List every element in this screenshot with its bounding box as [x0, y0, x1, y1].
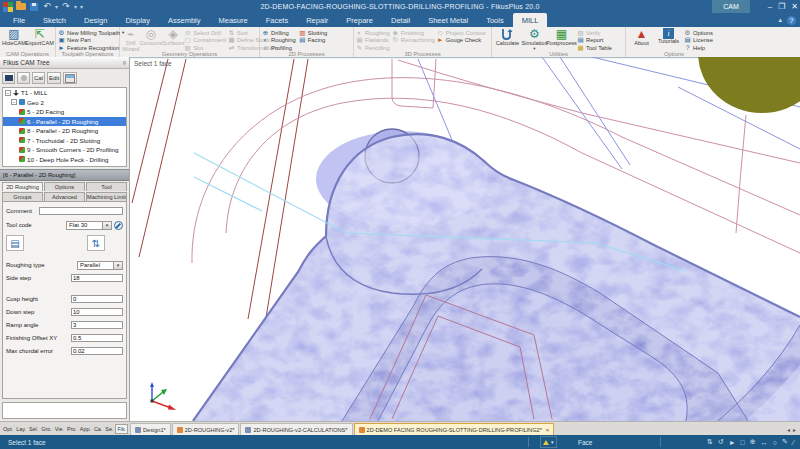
- sketch-pencil-icon[interactable]: ✎: [782, 438, 788, 446]
- containment-button[interactable]: ▢Containment: [184, 37, 226, 45]
- facing-button[interactable]: ▤Facing: [299, 37, 327, 45]
- tab-facets[interactable]: Facets: [257, 13, 298, 27]
- tab-measure[interactable]: Measure: [210, 13, 257, 27]
- tree-sphere-button[interactable]: [17, 72, 30, 84]
- tree-calc-button[interactable]: Cal: [32, 72, 45, 84]
- license-button[interactable]: ▤License: [684, 37, 713, 45]
- rotate-view-icon[interactable]: ⊕: [750, 438, 756, 446]
- remachining-button[interactable]: ↻Remachining: [392, 37, 435, 45]
- tab-mill[interactable]: MILL: [513, 13, 548, 27]
- project-contour-button[interactable]: ◇Project Contour: [437, 29, 486, 37]
- cusp-height-input[interactable]: [71, 295, 123, 303]
- tool-code-select[interactable]: Flat 30▾: [66, 221, 112, 230]
- report-button[interactable]: ▤Report: [577, 37, 612, 45]
- help-icon[interactable]: ?: [787, 16, 796, 25]
- finishing-button[interactable]: ◈Finishing: [392, 29, 435, 37]
- viewport-canvas[interactable]: Select 1 face: [130, 57, 800, 421]
- expander-icon[interactable]: −: [5, 90, 11, 96]
- tab-repair[interactable]: Repair: [297, 13, 337, 27]
- tab-prepare[interactable]: Prepare: [337, 13, 382, 27]
- scroll-tabs-left-icon[interactable]: ◂: [787, 426, 790, 433]
- close-button[interactable]: ✕: [791, 2, 798, 11]
- tab-tool[interactable]: Tool: [86, 182, 127, 191]
- minitab-lay[interactable]: Lay.: [15, 425, 27, 433]
- close-tab-icon[interactable]: ×: [546, 427, 550, 433]
- restore-button[interactable]: ❐: [778, 2, 785, 11]
- surfaces-button[interactable]: ◈ Surfaces: [162, 28, 184, 47]
- minitab-ca[interactable]: Ca.: [93, 425, 103, 433]
- tree-edit-button[interactable]: Edit: [47, 72, 61, 84]
- tree-item-profiling[interactable]: 9 - Smooth Corners - 2D Profiling: [3, 145, 126, 155]
- tab-assembly[interactable]: Assembly: [159, 13, 210, 27]
- max-chordal-error-input[interactable]: [71, 347, 123, 355]
- new-part-button[interactable]: ▣New Part: [58, 37, 124, 45]
- minitab-fik[interactable]: Fik.: [115, 424, 128, 434]
- machining-zones-icon-button[interactable]: ▤: [6, 235, 24, 251]
- zoom-icon[interactable]: ○: [773, 439, 777, 446]
- flatlands-button[interactable]: ▤Flatlands: [356, 37, 390, 45]
- pan-icon[interactable]: ↔: [761, 439, 768, 446]
- tab-options[interactable]: Options: [44, 182, 85, 191]
- side-step-input[interactable]: [71, 274, 123, 282]
- orbit-icon[interactable]: ↺: [718, 438, 724, 446]
- comment-input[interactable]: [39, 207, 123, 215]
- tab-groups[interactable]: Groups: [2, 192, 43, 201]
- tab-sketch[interactable]: Sketch: [34, 13, 75, 27]
- scroll-tabs-right-icon[interactable]: ▸: [793, 426, 796, 433]
- tab-tools[interactable]: Tools: [477, 13, 513, 27]
- tree-simulate-button[interactable]: [63, 72, 77, 84]
- toolpath-direction-icon-button[interactable]: ⇅: [87, 235, 105, 251]
- tree-root-row[interactable]: − T1 - MILL: [3, 88, 126, 98]
- finishing-offset-xy-input[interactable]: [71, 334, 123, 342]
- tree-group-row[interactable]: − Geo 2: [3, 98, 126, 108]
- select-cursor-icon[interactable]: ►: [729, 439, 736, 446]
- line-tool-icon[interactable]: ∕: [793, 439, 794, 446]
- minitab-sel[interactable]: Sel.: [28, 425, 39, 433]
- roughing-2d-button[interactable]: ◐Roughing: [262, 37, 296, 45]
- minitab-gro[interactable]: Gro.: [40, 425, 52, 433]
- contextual-tab-cam[interactable]: CAM: [712, 0, 750, 13]
- expander-icon[interactable]: −: [11, 99, 17, 105]
- tree-display-button[interactable]: [2, 72, 15, 84]
- refresh-view-icon[interactable]: ⇅: [707, 438, 713, 446]
- tab-detail[interactable]: Detail: [382, 13, 419, 27]
- tool-holder-icon[interactable]: [114, 221, 123, 230]
- minitab-app[interactable]: App.: [79, 425, 92, 433]
- new-milling-toolpath-button[interactable]: ⚙New Milling Toolpath▾: [58, 29, 124, 37]
- down-step-input[interactable]: [71, 308, 123, 316]
- simulation-button[interactable]: ⚙ Simulation ▾: [521, 28, 548, 52]
- tree-item-roughing-8[interactable]: 8 - Parallel - 2D Roughing: [3, 126, 126, 136]
- contours-button[interactable]: ◎ Contours: [139, 28, 162, 47]
- about-button[interactable]: ▲ About: [628, 28, 655, 47]
- collapse-ribbon-button[interactable]: ▴: [778, 16, 782, 24]
- minitab-vie[interactable]: Vie.: [54, 425, 65, 433]
- minitab-pro[interactable]: Pro.: [66, 425, 78, 433]
- minitab-se[interactable]: Se.: [104, 425, 114, 433]
- tree-item-drilling[interactable]: 10 - Deep Hole Peck - Drilling: [3, 155, 126, 165]
- tree-item-slotting[interactable]: 7 - Trochoidal - 2D Slotting: [3, 136, 126, 146]
- tab-machining-limits[interactable]: Machining Limits: [86, 192, 127, 201]
- tab-file[interactable]: File: [4, 13, 34, 27]
- selection-filter-button[interactable]: ▾: [540, 436, 557, 448]
- calculate-button[interactable]: Calculate: [494, 28, 521, 47]
- postprocess-button[interactable]: ▦ Postprocess: [548, 28, 575, 47]
- tab-2d-roughing[interactable]: 2D Roughing: [2, 182, 43, 191]
- minimize-button[interactable]: –: [768, 2, 772, 11]
- gouge-check-button[interactable]: ►Gouge Check: [437, 37, 486, 45]
- exportcam-button[interactable]: ⇱ ExportCAM: [26, 28, 53, 47]
- drilling-button[interactable]: ⊕Drilling: [262, 29, 296, 37]
- tab-display[interactable]: Display: [116, 13, 159, 27]
- panel-collapse-icon[interactable]: ▿: [123, 59, 126, 67]
- tab-advanced[interactable]: Advanced: [44, 192, 85, 201]
- minitab-opt[interactable]: Opt.: [2, 425, 14, 433]
- hidecam-button[interactable]: ▨ HideCAM: [2, 28, 26, 47]
- tab-design[interactable]: Design: [75, 13, 116, 27]
- selection-box-icon[interactable]: □: [741, 439, 745, 446]
- roughing-type-select[interactable]: Parallel▾: [77, 261, 123, 270]
- tutorials-button[interactable]: i Tutorials: [655, 28, 682, 45]
- tree-item-roughing-6[interactable]: 6 - Parallel - 2D Roughing: [3, 117, 126, 127]
- tab-sheet-metal[interactable]: Sheet Metal: [419, 13, 477, 27]
- drill-wizard-button[interactable]: ⌁ Drill Wizard: [122, 28, 139, 53]
- tree-item-facing[interactable]: 5 - 2D Facing: [3, 107, 126, 117]
- ramp-angle-input[interactable]: [71, 321, 123, 329]
